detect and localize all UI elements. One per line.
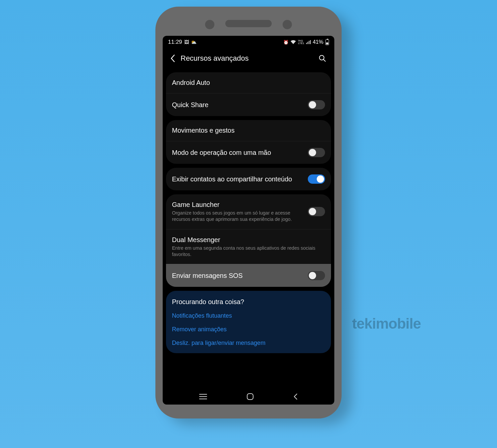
toggle-show-contacts-share[interactable] xyxy=(308,174,325,184)
row-title: Exibir contatos ao compartilhar conteúdo xyxy=(172,175,304,183)
row-quick-share[interactable]: Quick Share xyxy=(166,93,331,116)
toggle-quick-share[interactable] xyxy=(308,100,325,109)
row-title: Quick Share xyxy=(172,101,304,109)
row-motions-gestures[interactable]: Movimentos e gestos xyxy=(166,120,331,141)
row-subtitle: Entre em uma segunda conta nos seus apli… xyxy=(172,245,325,258)
row-title: Dual Messenger xyxy=(172,236,325,244)
link-floating-notifications[interactable]: Notificações flutuantes xyxy=(166,309,331,323)
search-icon xyxy=(318,54,326,62)
back-button[interactable] xyxy=(166,52,179,65)
phone-sensor-left xyxy=(205,20,214,29)
link-remove-animations[interactable]: Remover animações xyxy=(166,323,331,336)
page-title: Recursos avançados xyxy=(181,54,316,63)
link-swipe-to-call[interactable]: Desliz. para ligar/enviar mensagem xyxy=(166,336,331,353)
row-sos-messages[interactable]: Enviar mensagens SOS xyxy=(166,264,331,287)
phone-camera xyxy=(283,20,292,29)
recents-icon xyxy=(199,393,207,400)
home-icon xyxy=(246,393,254,401)
watermark: tekimobile xyxy=(352,315,421,332)
row-one-hand-mode[interactable]: Modo de operação com uma mão xyxy=(166,141,331,164)
search-button[interactable] xyxy=(316,52,329,65)
signal-icon xyxy=(306,40,311,44)
row-android-auto[interactable]: Android Auto xyxy=(166,72,331,93)
weather-icon: ⛅ xyxy=(191,39,196,45)
status-time: 11:29 xyxy=(168,39,182,45)
content-scroll[interactable]: Android Auto Quick Share Movimentos e ge… xyxy=(163,68,334,389)
row-game-launcher[interactable]: Game Launcher Organize todos os seus jog… xyxy=(166,194,331,229)
looking-for-card: Procurando outra coisa? Notificações flu… xyxy=(166,291,331,353)
row-title: Game Launcher xyxy=(172,201,304,209)
row-title: Android Auto xyxy=(172,79,325,87)
row-show-contacts-share[interactable]: Exibir contatos ao compartilhar conteúdo xyxy=(166,168,331,190)
image-icon: 🖼 xyxy=(184,39,189,45)
settings-group-1: Android Auto Quick Share xyxy=(166,72,331,116)
row-title: Modo de operação com uma mão xyxy=(172,149,304,157)
row-title: Enviar mensagens SOS xyxy=(172,272,304,280)
svg-rect-2 xyxy=(309,41,309,44)
settings-group-2: Movimentos e gestos Modo de operação com… xyxy=(166,120,331,164)
svg-line-5 xyxy=(323,59,325,61)
settings-group-4: Game Launcher Organize todos os seus jog… xyxy=(166,194,331,287)
nav-back-button[interactable] xyxy=(293,393,298,401)
app-header: Recursos avançados xyxy=(163,48,334,68)
looking-for-title: Procurando outra coisa? xyxy=(166,291,331,309)
chevron-left-icon xyxy=(170,54,175,62)
battery-icon xyxy=(325,39,329,45)
svg-rect-1 xyxy=(307,42,308,44)
phone-frame: 11:29 🖼 ⛅ ⏰ Vo))LTE1 41% xyxy=(155,7,342,418)
nav-home-button[interactable] xyxy=(246,393,254,401)
back-icon xyxy=(293,393,298,401)
svg-rect-0 xyxy=(306,43,307,44)
navigation-bar xyxy=(163,389,334,405)
toggle-game-launcher[interactable] xyxy=(308,207,325,216)
toggle-sos-messages[interactable] xyxy=(308,271,325,280)
volte-icon: Vo))LTE1 xyxy=(298,39,304,45)
nav-recents-button[interactable] xyxy=(199,393,207,400)
toggle-one-hand-mode[interactable] xyxy=(308,148,325,157)
screen: 11:29 🖼 ⛅ ⏰ Vo))LTE1 41% xyxy=(163,36,334,405)
settings-group-3: Exibir contatos ao compartilhar conteúdo xyxy=(166,168,331,190)
alarm-icon: ⏰ xyxy=(283,40,289,45)
status-bar: 11:29 🖼 ⛅ ⏰ Vo))LTE1 41% xyxy=(163,36,334,48)
phone-speaker xyxy=(225,20,272,27)
battery-percent: 41% xyxy=(313,39,323,45)
row-subtitle: Organize todos os seus jogos em um só lu… xyxy=(172,210,304,223)
row-title: Movimentos e gestos xyxy=(172,127,325,134)
svg-rect-3 xyxy=(310,40,311,44)
wifi-icon xyxy=(291,40,296,44)
svg-rect-9 xyxy=(247,394,253,400)
row-dual-messenger[interactable]: Dual Messenger Entre em uma segunda cont… xyxy=(166,229,331,264)
